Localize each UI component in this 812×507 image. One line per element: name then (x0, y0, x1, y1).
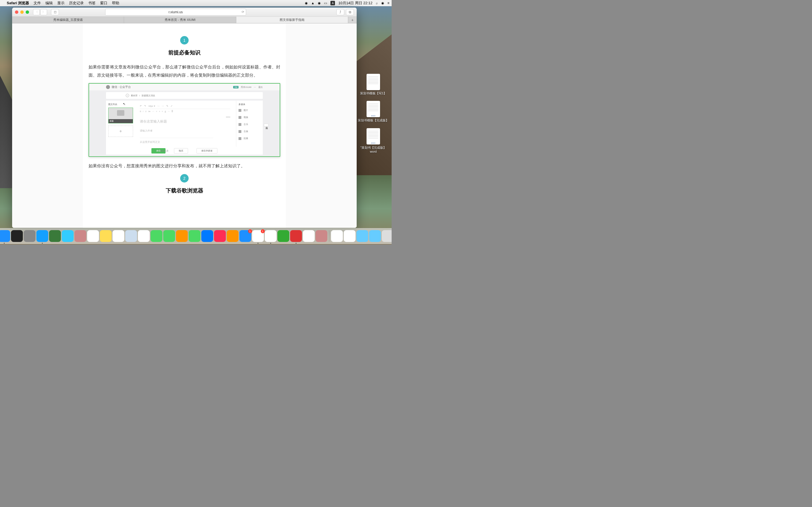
dock-app-ibooks[interactable] (227, 230, 239, 242)
dock-app-wechat[interactable]: 1 (252, 230, 264, 242)
dock-app-keynote[interactable] (201, 230, 213, 242)
char-count: 0/64 (226, 116, 231, 118)
titlebar: 〈 〉 ◫ r.xiumi.us ⟳ ⤴ ⧉ (12, 8, 357, 17)
desktop-file[interactable]: "策划书【完成版】word (358, 128, 389, 154)
body-input: 从这里开始写正文 (140, 138, 213, 144)
notification-icon[interactable]: ▲ (311, 1, 314, 5)
app-menu[interactable]: Safari 浏览器 (7, 1, 29, 6)
dock-app-notes[interactable] (100, 230, 112, 242)
dock-app-iqiyi[interactable] (277, 230, 289, 242)
desktop-files: 策划书模板【写1】 策划书模板【完成版】 "策划书【完成版】word (358, 74, 389, 159)
sidebar-toggle[interactable]: ◫ (51, 9, 59, 15)
media-item: 视频 (239, 116, 260, 119)
dock-app-appstore[interactable]: 1 (239, 230, 251, 242)
dock-app-pages[interactable] (176, 230, 188, 242)
window-maximize[interactable] (26, 10, 29, 14)
editor-toolbar: ↶↷16px ▾⋯⋯✎⤢ (140, 103, 231, 109)
desktop-file[interactable]: 策划书模板【完成版】 (358, 101, 389, 122)
wechat-brand: 微信 · 公众平台 (112, 85, 131, 89)
xiumi-badge: XM (233, 86, 239, 89)
desktop-file[interactable]: 策划书模板【写1】 (358, 74, 389, 95)
title-input: 请在这里输入标题 (140, 119, 231, 124)
window-minimize[interactable] (20, 10, 24, 14)
wechat-screenshot: 微信 · 公众平台 XM 秀米XIUMI ⋯ 退出 ‹ 素材库 / 新 (89, 83, 280, 157)
dock-app-safari[interactable] (36, 230, 48, 242)
dock-item-doc2[interactable] (344, 230, 356, 242)
notifications-icon[interactable]: ≡ (388, 1, 389, 5)
dock-item-trash[interactable] (382, 230, 392, 242)
tab[interactable]: 秀米首页 - 秀米 XIUMI (124, 17, 236, 23)
share-button[interactable]: ⤴ (336, 9, 344, 15)
wifi-icon[interactable]: ◉ (318, 1, 320, 5)
dock-app-facetime[interactable] (163, 230, 175, 242)
article-thumb: 标题 (108, 108, 133, 123)
dock-app-chrome[interactable] (303, 230, 315, 242)
save-send-button: 保存并群发 (197, 148, 217, 154)
list-title: 图文列表 (108, 103, 132, 106)
battery-icon[interactable]: ▭ (324, 1, 327, 5)
dock-app-reminders[interactable] (112, 230, 124, 242)
dock-item-folder2[interactable] (369, 230, 381, 242)
dock-app-mail[interactable] (62, 230, 73, 242)
record-icon[interactable]: ◉ (305, 1, 308, 5)
step-title: 下载谷歌浏览器 (89, 187, 280, 194)
window-close[interactable] (15, 10, 18, 14)
url-bar[interactable]: r.xiumi.us ⟳ (105, 9, 246, 15)
dock-app-photos[interactable] (138, 230, 150, 242)
wechat-logo-icon (106, 85, 110, 89)
menu-window[interactable]: 窗口 (100, 1, 107, 6)
step-title: 前提必备知识 (89, 49, 280, 56)
menubar: Safari 浏览器 文件 编辑 显示 历史记录 书签 窗口 帮助 ◉ ▲ ◉ … (0, 0, 392, 6)
menu-help[interactable]: 帮助 (112, 1, 119, 6)
datetime[interactable]: 10月14日 周日 22:12 (338, 1, 372, 6)
url-text: r.xiumi.us (168, 10, 183, 14)
dock-app-netease[interactable] (290, 230, 302, 242)
desktop: 策划书模板【写1】 策划书模板【完成版】 "策划书【完成版】word 〈 〉 ◫… (0, 6, 392, 244)
dock-app-calendar[interactable] (87, 230, 99, 242)
dock-app-siri[interactable] (11, 230, 23, 242)
siri-icon[interactable]: ◉ (381, 1, 384, 5)
dock-app-qq[interactable] (265, 230, 276, 242)
dock-app-maps[interactable] (125, 230, 137, 242)
dock: 11 (0, 228, 392, 244)
dock-app-itunes[interactable] (214, 230, 226, 242)
page-content[interactable]: 1 前提必备知识 如果你需要将文章发布到微信公众平台，那么请了解微信公众平台后台… (12, 23, 357, 228)
dock-app-numbers[interactable] (189, 230, 200, 242)
dock-item-folder[interactable] (356, 230, 368, 242)
menu-history[interactable]: 历史记录 (69, 1, 84, 6)
menu-file[interactable]: 文件 (34, 1, 41, 6)
tabbar: 秀米编辑器_百度搜索 秀米首页 - 秀米 XIUMI 图文排版新手指南 + (12, 17, 357, 23)
tab[interactable]: 秀米编辑器_百度搜索 (12, 17, 124, 23)
back-button[interactable]: 〈 (33, 9, 40, 15)
article: 1 前提必备知识 如果你需要将文章发布到微信公众平台，那么请了解微信公众平台后台… (83, 23, 286, 228)
menu-bookmarks[interactable]: 书签 (88, 1, 96, 6)
editor-toolbar-2: BIUA▾⋯≡≡≡A̲⋯≣ (140, 109, 231, 113)
author-input: 请输入作者 (140, 129, 231, 133)
ime-icon[interactable]: A (331, 1, 335, 5)
menu-edit[interactable]: 编辑 (45, 1, 53, 6)
dock-app-finder[interactable] (0, 230, 10, 242)
media-item: 图片 (239, 109, 260, 112)
tabs-button[interactable]: ⧉ (346, 9, 354, 15)
forward-button[interactable]: 〉 (40, 9, 47, 15)
paragraph: 如果你没有公众号，想直接用秀米的图文进行分享和发布，就不用了解上述知识了。 (89, 162, 280, 170)
step-badge: 1 (180, 36, 189, 45)
menu-view[interactable]: 显示 (57, 1, 64, 6)
dock-app-launchpad[interactable] (24, 230, 36, 242)
collapse-checkbox: ☐ 收起正文 (157, 149, 168, 152)
logout-link: 退出 (258, 86, 263, 89)
dock-app-qgis[interactable] (49, 230, 61, 242)
dock-item-doc[interactable] (331, 230, 343, 242)
dock-app-contacts[interactable] (74, 230, 86, 242)
media-title: 多媒体 (239, 103, 260, 106)
breadcrumb: ‹ 素材库 / 新建图文消息 (106, 92, 263, 99)
reload-icon[interactable]: ⟳ (242, 10, 244, 14)
spotlight-icon[interactable]: ⌕ (376, 1, 378, 5)
dock-app-profile[interactable] (315, 230, 327, 242)
tab-active[interactable]: 图文排版新手指南 (236, 17, 348, 23)
step-badge: 2 (180, 174, 189, 182)
new-tab-button[interactable]: + (348, 17, 357, 23)
media-item: 音乐 (239, 123, 260, 126)
dock-app-messages[interactable] (151, 230, 162, 242)
media-item: 投票 (239, 137, 260, 140)
